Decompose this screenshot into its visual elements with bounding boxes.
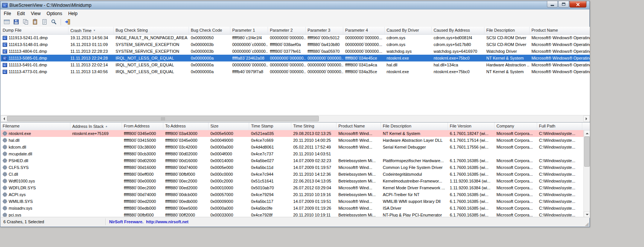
column-header-product-name[interactable]: Product Name [530, 27, 590, 34]
column-header-label: Parameter 3 [308, 28, 330, 32]
cell-text: cdrom.sys [387, 35, 405, 40]
cell: 6.1.7600.16385 (wi... [448, 164, 495, 171]
resize-grip-icon[interactable]: ◢ [585, 221, 589, 226]
table-row[interactable]: CLFS.SYSfffff880`00d16000fffff880`00d740… [1, 164, 583, 171]
column-header-caused-by-address[interactable]: Caused By Address [432, 27, 484, 34]
scroll-right-button[interactable] [583, 115, 590, 122]
column-header-address-in-stack[interactable]: Address In Stack▲ [70, 123, 122, 130]
menu-label: Help [68, 11, 78, 16]
table-row[interactable]: 111113-5491-01.dmp11.11.2013 22:02:14IRQ… [1, 61, 590, 68]
menu-file[interactable]: File [1, 10, 14, 17]
properties-button[interactable] [40, 18, 49, 26]
cell: C:\Windows\syste... [537, 144, 582, 150]
table-row[interactable]: hal.dllfffff800`03415000fffff800`0345e00… [1, 137, 583, 144]
column-header-filename[interactable]: Filename [1, 123, 70, 130]
cell: hal.dll [385, 61, 432, 68]
column-header-dump-file[interactable]: Dump File [1, 27, 69, 34]
report-view-button[interactable] [2, 18, 11, 26]
scroll-left-button[interactable] [1, 115, 7, 122]
cell: WMILIB.SYS [1, 198, 70, 205]
cell-text: 0x521ea035 [251, 131, 274, 136]
column-header-from-address[interactable]: From Address [122, 123, 163, 130]
column-header-time-string[interactable]: Time String [291, 123, 336, 130]
crash-list-rows: 111913-5241-01.dmp19.11.2013 14:56:34PAG… [1, 34, 590, 75]
clipboard-button[interactable] [30, 18, 40, 26]
table-row[interactable]: WMILIB.SYSfffff880`00ed2000fffff880`00ed… [1, 198, 583, 205]
table-row[interactable]: ntoskrnl.exentoskrnl.exe+75169fffff800`0… [1, 130, 583, 137]
column-header-bug-check-code[interactable]: Bug Check Code [189, 27, 230, 34]
column-header-parameter-3[interactable]: Parameter 3 [306, 27, 343, 34]
copy-button[interactable] [21, 18, 30, 26]
table-row[interactable]: CI.dllfffff880`00eff000fffff880`00fbf000… [1, 171, 583, 178]
menu-help[interactable]: Help [65, 10, 81, 17]
horizontal-scrollbar[interactable] [1, 115, 590, 122]
cell-text: Microsoft® Windows® Operating Sy [531, 69, 590, 74]
column-header-caused-by-driver[interactable]: Caused By Driver [385, 27, 432, 34]
sort-asc-icon: ▲ [105, 125, 108, 127]
cell: fffff800`03415000 [122, 137, 163, 144]
maximize-button[interactable] [558, 1, 569, 8]
menu-view[interactable]: View [28, 10, 44, 17]
column-header-time-stamp[interactable]: Time Stamp [249, 123, 291, 130]
column-header-file-description[interactable]: File Description [484, 27, 530, 34]
horizontal-scroll-thumb[interactable] [7, 116, 319, 121]
cell-text: 1.11.9200.16384 (wi... [450, 186, 490, 190]
cell-text: fffff980`c1f4e1f4 [232, 35, 262, 40]
cell-text: fffff880`00fbf000 [165, 172, 195, 176]
menu-options[interactable]: Options [44, 10, 65, 17]
cell: fffff880`00d16000 [122, 164, 163, 171]
column-header-file-version[interactable]: File Version [448, 123, 495, 130]
cell: Kernelmodustreiber-Framewor... [381, 178, 448, 184]
table-row[interactable]: 111913-5241-01.dmp19.11.2013 14:56:34PAG… [1, 34, 590, 41]
table-row[interactable]: Wdf01000.sysfffff880`00e00000fffff880`00… [1, 178, 583, 184]
column-header-size[interactable]: Size [209, 123, 249, 130]
table-row[interactable]: 111113-4773-01.dmp11.11.2013 13:40:56IRQ… [1, 68, 590, 75]
table-row[interactable]: PSHED.dllfffff880`00d02000fffff880`00d16… [1, 157, 583, 164]
exit-button[interactable] [63, 18, 72, 26]
column-header-product-name[interactable]: Product Name [336, 123, 381, 130]
cell-text: 111913-5241-01.dmp [9, 35, 48, 40]
vertical-scroll-thumb[interactable] [584, 137, 590, 167]
arrow-right-icon [586, 117, 589, 120]
table-row[interactable]: mcupdate.dllfffff880`00cb3000fffff880`00… [1, 150, 583, 157]
column-header-company[interactable]: Company [495, 123, 537, 130]
cell: fffff800`0345e000 [122, 130, 163, 137]
table-row[interactable]: WDFLDR.SYSfffff880`00ec2000fffff880`00ed… [1, 184, 583, 191]
cell: fffff960`000c5012 [306, 34, 343, 41]
column-header-full-path[interactable]: Full Path [537, 123, 582, 130]
column-header-file-description[interactable]: File Description [381, 123, 448, 130]
table-row[interactable]: 111113-4804-01.dmp11.11.2013 22:28:23SYS… [1, 48, 590, 55]
table-row[interactable]: ACPI.sysfffff880`00d74000fffff880`00dcb0… [1, 191, 583, 198]
cell: mcupdate.dll [1, 150, 70, 157]
cell: ntoskrnl.exe [1, 130, 70, 137]
table-row[interactable]: 111613-5148-01.dmp16.11.2013 01:11:09SYS… [1, 41, 590, 48]
vertical-scrollbar[interactable] [583, 130, 590, 218]
title-bar[interactable]: BlueScreenView - C:\Windows\Minidump [0, 1, 589, 9]
column-header-parameter-1[interactable]: Parameter 1 [230, 27, 268, 34]
table-row[interactable]: 111113-5085-01.dmp11.11.2013 22:24:28IRQ… [1, 55, 590, 61]
cell: C:\Windows\syste... [537, 198, 582, 205]
cell: 6.1.7601.17556 (wi... [448, 144, 495, 150]
scroll-up-button[interactable] [584, 130, 590, 137]
cell: fffff880`00ec2000 [163, 178, 209, 184]
cell: 0x5010ab70 [249, 184, 291, 191]
table-row[interactable]: kdcom.dllfffff800`03c38000fffff800`03c42… [1, 144, 583, 150]
cell-text: watchdog.sys [387, 49, 412, 54]
table-row[interactable]: msisadrv.sysfffff880`00edb000fffff880`00… [1, 205, 583, 212]
cell-text: Microsoft Corpora... [496, 172, 533, 176]
nirsoft-url-link[interactable]: http://www.nirsoft.net [146, 219, 189, 224]
column-header-to-address[interactable]: To Address [163, 123, 209, 130]
column-header-bug-check-string[interactable]: Bug Check String [114, 27, 189, 34]
find-button[interactable] [49, 18, 58, 26]
column-header-crash-time[interactable]: Crash Time▼ [69, 27, 114, 34]
save-button[interactable] [12, 18, 21, 26]
cell: 0x0004f000 [209, 150, 249, 157]
cell: fffff880`0a410b80 [306, 41, 343, 48]
close-button[interactable] [569, 1, 586, 8]
menu-edit[interactable]: Edit [14, 10, 28, 17]
column-header-parameter-2[interactable]: Parameter 2 [268, 27, 306, 34]
cell-text: 19.11.2013 14:56:34 [70, 35, 108, 40]
minimize-button[interactable] [547, 1, 558, 8]
column-header-parameter-4[interactable]: Parameter 4 [343, 27, 385, 34]
cell: C:\Windows\syste... [537, 178, 582, 184]
